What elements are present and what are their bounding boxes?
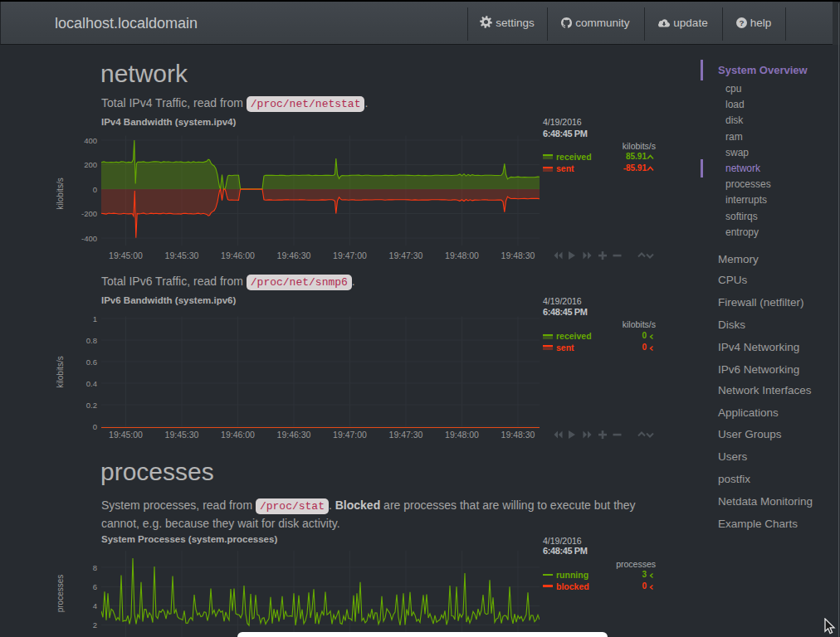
svg-text:?: ? bbox=[739, 18, 744, 27]
